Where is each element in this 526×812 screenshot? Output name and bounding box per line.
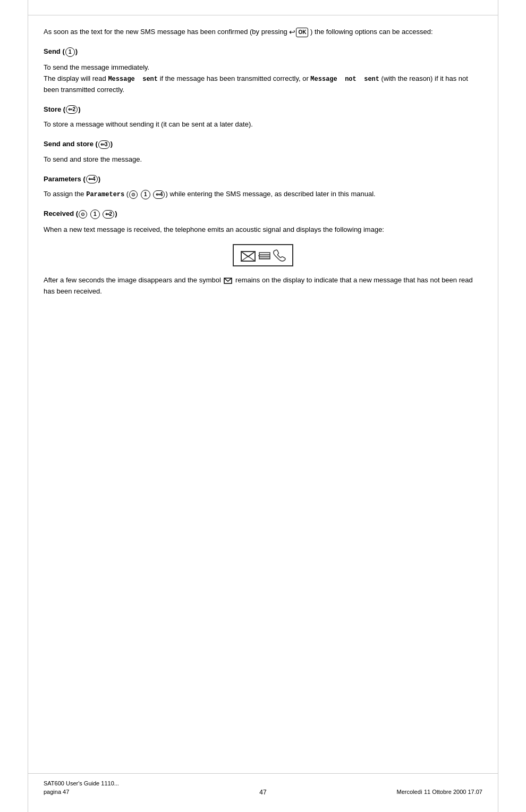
recv-line2: After a few seconds the image disappears… — [44, 275, 482, 297]
envelope-x-icon — [240, 248, 256, 262]
footer-right: Mercoledì 11 Ottobre 2000 17.07 — [397, 788, 482, 796]
sas-line1: To send and store the message. — [44, 154, 482, 165]
recv-num1-icon: 1 — [90, 210, 100, 219]
heading-params-label: Parameters ( — [44, 175, 86, 183]
heading-store: Store (⇐2) — [44, 105, 482, 114]
intro-text-after: ) the following options can be accessed: — [310, 28, 433, 36]
border-right — [498, 0, 498, 812]
heading-store-label: Store ( — [44, 105, 65, 113]
msg-not-sent-mono: Message not sent — [310, 76, 379, 83]
send-line2: The display will read Message sent if th… — [44, 73, 482, 96]
intro-paragraph: As soon as the text for the new SMS mess… — [44, 27, 482, 38]
heading-params-close: ) — [98, 175, 100, 183]
footer-product-name: SAT600 User's Guide 1110... — [44, 780, 119, 788]
border-bottom — [28, 773, 498, 774]
footer-left: SAT600 User's Guide 1110... pagina 47 — [44, 780, 119, 796]
params-icon-4b: ⇐4 — [153, 190, 165, 199]
section-send-and-store: Send and store (⇐3) To send and store th… — [44, 140, 482, 165]
section-received: Received (⊙ 1 ⇐2) When a new text messag… — [44, 210, 482, 297]
section-parameters: Parameters (⇐4) To assign the Parameters… — [44, 175, 482, 200]
body-send-and-store: To send and store the message. — [44, 154, 482, 165]
ok-box-icon: OK — [296, 28, 308, 37]
heading-received: Received (⊙ 1 ⇐2) — [44, 210, 482, 219]
heading-recv-label: Received ( — [44, 210, 78, 218]
heading-store-close: ) — [78, 105, 80, 113]
heading-send-label: Send ( — [44, 48, 65, 56]
body-parameters: To assign the Parameters (⊙ 1 ⇐4) while … — [44, 189, 482, 200]
send-line1: To send the message immediately. — [44, 62, 482, 73]
intro-text-before: As soon as the text for the new SMS mess… — [44, 28, 289, 36]
squiggle-arrow-icon: ↩ — [289, 27, 295, 38]
received-display-image — [44, 244, 482, 266]
params-num1-icon: 1 — [141, 190, 150, 199]
page-footer: SAT600 User's Guide 1110... pagina 47 47… — [44, 780, 482, 796]
body-received: When a new text message is received, the… — [44, 224, 482, 297]
heading-send-and-store: Send and store (⇐3) — [44, 140, 482, 149]
params-mono: Parameters — [86, 191, 124, 198]
bars-icon — [258, 248, 271, 262]
params-icon-4: ⇐4 — [86, 175, 98, 183]
store-icon-2: ⇐2 — [66, 105, 78, 114]
msg-sent-mono: Message sent — [108, 76, 158, 83]
heading-send-close: ) — [75, 48, 78, 56]
ok-combo-icon: ↩ OK — [289, 27, 308, 38]
body-send: To send the message immediately. The dis… — [44, 62, 482, 96]
border-left — [28, 0, 28, 812]
params-circle-icon: ⊙ — [129, 190, 138, 199]
heading-recv-close: ) — [115, 210, 117, 218]
phone-display-box — [233, 244, 293, 266]
footer-page-label: pagina 47 — [44, 788, 119, 796]
send-icon-1: 1 — [65, 47, 75, 57]
heading-sas-close: ) — [111, 140, 113, 148]
recv-circle-icon: ⊙ — [79, 210, 87, 219]
heading-parameters: Parameters (⇐4) — [44, 175, 482, 184]
section-store: Store (⇐2) To store a message without se… — [44, 105, 482, 130]
heading-send: Send (1) — [44, 47, 482, 57]
border-top — [28, 15, 498, 15]
sas-icon-3: ⇐3 — [98, 140, 110, 149]
section-send: Send (1) To send the message immediately… — [44, 47, 482, 96]
mail-symbol — [224, 275, 232, 286]
params-line1: To assign the Parameters (⊙ 1 ⇐4) while … — [44, 189, 482, 200]
body-store: To store a message without sending it (i… — [44, 119, 482, 130]
store-line1: To store a message without sending it (i… — [44, 119, 482, 130]
page-number: 47 — [259, 789, 266, 796]
recv-icon-2: ⇐2 — [103, 210, 114, 219]
heading-sas-label: Send and store ( — [44, 140, 98, 148]
bell-phone-icon — [273, 248, 286, 262]
recv-line1: When a new text message is received, the… — [44, 224, 482, 236]
